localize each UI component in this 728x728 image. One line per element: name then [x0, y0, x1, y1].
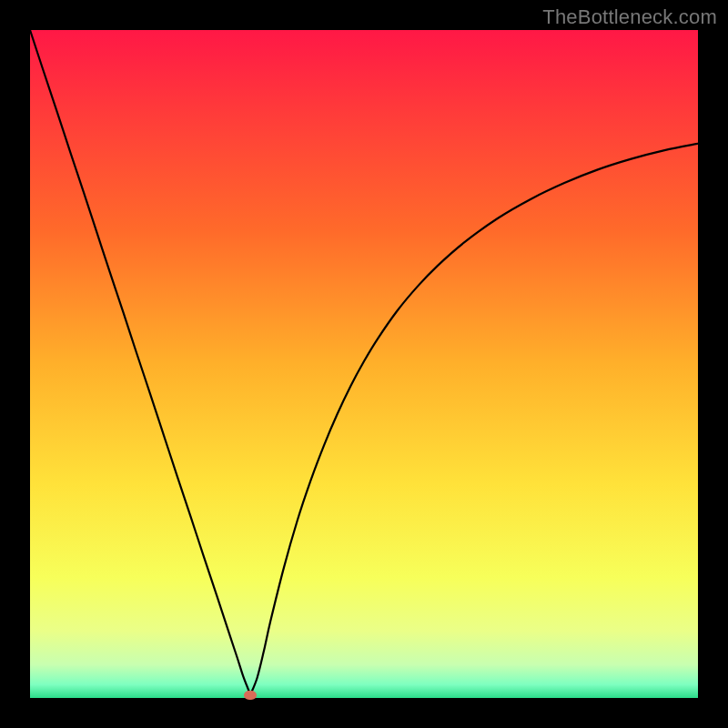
- minimum-marker: [244, 691, 257, 700]
- outer-frame: TheBottleneck.com: [0, 0, 728, 728]
- curve-left-branch: [30, 30, 250, 694]
- curve-layer: [30, 30, 698, 698]
- curve-right-branch: [250, 144, 698, 695]
- watermark-text: TheBottleneck.com: [542, 5, 717, 29]
